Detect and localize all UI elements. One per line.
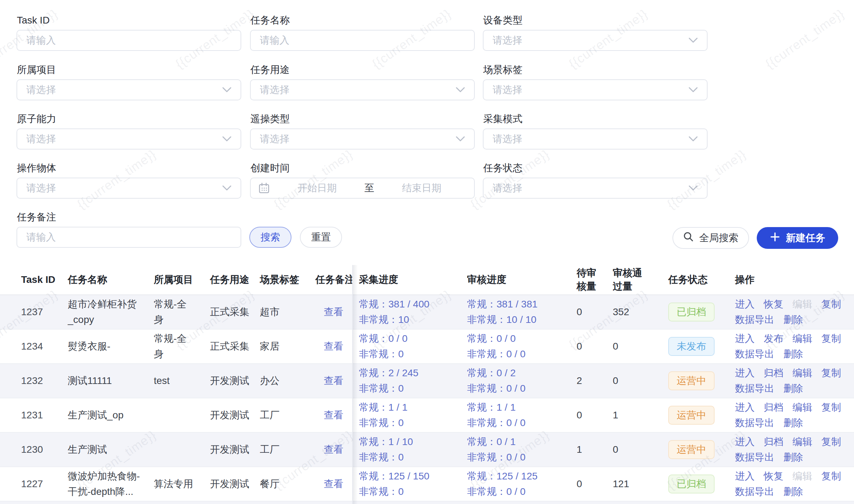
cell-col-review-progress: 常规：0 / 1非常规：0 / 0 [467, 433, 572, 466]
action-link[interactable]: 数据导出 [735, 484, 774, 499]
create-time-daterange[interactable]: 开始日期 至 结束日期 [250, 178, 475, 199]
task-id-input[interactable]: 请输入 [17, 30, 241, 51]
approved-count-value: 开发测试 [210, 364, 258, 398]
view-remark-link[interactable]: 查看 [324, 304, 343, 320]
action-link[interactable]: 编辑 [793, 400, 812, 415]
action-link[interactable]: 复制 [821, 297, 841, 312]
action-link[interactable]: 删除 [783, 484, 803, 499]
approved-count-value: 家居 [260, 330, 313, 363]
view-remark-link[interactable]: 查看 [324, 476, 343, 492]
action-link[interactable]: 复制 [821, 400, 841, 415]
device-type-placeholder: 请选择 [493, 34, 689, 47]
cell-col-task-status: 运营中 [668, 433, 733, 466]
cell-col-project: test [154, 364, 206, 398]
action-link[interactable]: 归档 [764, 400, 783, 415]
approved-count-value: 开发测试 [210, 467, 258, 501]
approved-count-value: 餐厅 [260, 467, 313, 501]
action-link[interactable]: 删除 [783, 381, 803, 396]
cell-col-project: 算法专用 [154, 467, 206, 501]
atomic-ability-select[interactable]: 请选择 [17, 128, 241, 150]
collect-mode-placeholder: 请选择 [493, 132, 689, 146]
daterange-separator: 至 [362, 181, 376, 195]
filter-label-task-name: 任务名称 [250, 15, 290, 26]
task-name-input[interactable]: 请输入 [250, 30, 475, 51]
end-date-placeholder: 结束日期 [376, 181, 467, 195]
review-progress-line: 非常规：0 / 0 [467, 484, 525, 499]
cell-col-task-status: 运营中 [668, 398, 733, 432]
action-link[interactable]: 复制 [821, 331, 841, 346]
filter-label-task-status: 任务状态 [483, 163, 523, 174]
filter-label-atomic-ability: 原子能力 [17, 113, 56, 125]
action-link[interactable]: 数据导出 [735, 381, 774, 396]
cell-col-collect-progress: 常规：1 / 1非常规：0 [359, 398, 464, 432]
scene-tag-select[interactable]: 请选择 [483, 79, 708, 100]
header-col-approved-count: 审核通 过量 [613, 265, 668, 294]
action-link[interactable]: 数据导出 [735, 346, 774, 362]
table-row: 1231生产测试_op开发测试工厂查看常规：1 / 1非常规：0常规：1 / 1… [0, 398, 854, 433]
action-link[interactable]: 删除 [783, 312, 803, 327]
operate-object-placeholder: 请选择 [26, 181, 222, 195]
action-link[interactable]: 恢复 [764, 469, 783, 484]
action-link[interactable]: 进入 [735, 297, 755, 312]
action-link: 编辑 [793, 297, 812, 312]
action-link[interactable]: 删除 [783, 450, 803, 465]
scene-tag-placeholder: 请选择 [493, 83, 689, 97]
task-name-value: 熨烫衣服- [68, 339, 110, 354]
action-link[interactable]: 数据导出 [735, 450, 774, 465]
action-link[interactable]: 进入 [735, 400, 755, 415]
cell-col-actions: 进入发布编辑复制数据导出删除 [735, 330, 854, 363]
action-link[interactable]: 归档 [764, 434, 783, 450]
view-remark-link[interactable]: 查看 [324, 339, 343, 354]
approved-count-value: 工厂 [260, 433, 313, 466]
view-remark-link[interactable]: 查看 [324, 407, 343, 423]
operate-object-select[interactable]: 请选择 [17, 178, 241, 199]
task-status-select[interactable]: 请选择 [483, 178, 708, 199]
action-link[interactable]: 数据导出 [735, 415, 774, 431]
header-col-review-progress: 审核进度 [467, 265, 572, 294]
teleop-type-select[interactable]: 请选择 [250, 128, 475, 150]
action-link[interactable]: 数据导出 [735, 312, 774, 327]
action-link[interactable]: 编辑 [793, 331, 812, 346]
view-remark-link[interactable]: 查看 [324, 442, 343, 457]
action-link[interactable]: 发布 [764, 331, 783, 346]
search-button[interactable]: 搜索 [249, 227, 291, 248]
action-link[interactable]: 恢复 [764, 297, 783, 312]
action-link[interactable]: 删除 [783, 346, 803, 362]
task-remark-input[interactable]: 请输入 [17, 227, 241, 248]
approved-count-value: 开发测试 [210, 398, 258, 432]
action-link[interactable]: 进入 [735, 331, 755, 346]
review-progress-line: 常规：0 / 2 [467, 365, 515, 381]
cell-col-remark: 查看 [324, 364, 361, 398]
create-task-button[interactable]: 新建任务 [757, 227, 838, 249]
action-link[interactable]: 复制 [821, 469, 841, 484]
action-link[interactable]: 进入 [735, 434, 755, 450]
cell-col-collect-progress: 常规：2 / 245非常规：0 [359, 364, 464, 398]
collect-mode-select[interactable]: 请选择 [483, 128, 708, 150]
global-search-button[interactable]: 全局搜索 [672, 227, 749, 249]
device-type-select[interactable]: 请选择 [483, 30, 708, 51]
action-link[interactable]: 复制 [821, 365, 841, 381]
review-progress-line: 非常规：0 / 0 [467, 415, 525, 431]
header-col-scene: 场景标签 [260, 265, 313, 294]
task-name-placeholder: 请输入 [260, 34, 465, 47]
filter-label-collect-mode: 采集模式 [483, 113, 523, 125]
cell-col-review-progress: 常规：1 / 1非常规：0 / 0 [467, 398, 572, 432]
approved-count-value: 正式采集 [210, 295, 258, 329]
cell-col-task-status: 未发布 [668, 330, 733, 363]
action-link[interactable]: 归档 [764, 365, 783, 381]
project-select[interactable]: 请选择 [17, 79, 241, 100]
reset-button[interactable]: 重置 [300, 227, 342, 248]
approved-count-value: 1 [613, 398, 668, 432]
task-purpose-select[interactable]: 请选择 [250, 79, 475, 100]
action-link[interactable]: 编辑 [793, 365, 812, 381]
action-link[interactable]: 复制 [821, 434, 841, 450]
cell-col-remark: 查看 [324, 295, 361, 329]
project-value: 算法专用 [154, 476, 193, 492]
view-remark-link[interactable]: 查看 [324, 373, 343, 389]
action-link[interactable]: 编辑 [793, 434, 812, 450]
chevron-down-icon [222, 87, 231, 93]
action-link[interactable]: 进入 [735, 365, 755, 381]
action-link[interactable]: 进入 [735, 469, 755, 484]
cell-col-task-id: 1237 [21, 295, 67, 329]
action-link[interactable]: 删除 [783, 415, 803, 431]
